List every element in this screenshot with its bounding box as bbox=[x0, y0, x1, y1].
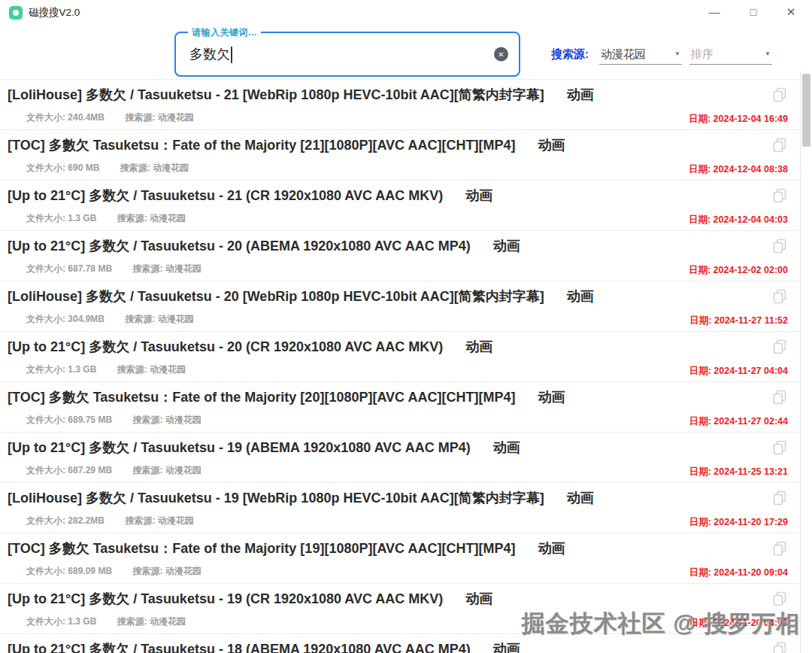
result-source: 搜索源: 动漫花园 bbox=[125, 314, 193, 324]
source-value: 动漫花园 bbox=[165, 566, 201, 576]
result-row[interactable]: [LoliHouse] 多数欠 / Tasuuketsu - 21 [WebRi… bbox=[0, 80, 812, 130]
maximize-icon[interactable]: □ bbox=[738, 0, 768, 26]
file-size-value: 282.2MB bbox=[68, 515, 105, 526]
title-bar: 磁搜搜V2.0 — □ ✕ bbox=[0, 0, 812, 26]
file-size-label: 文件大小: bbox=[26, 465, 65, 475]
text-caret bbox=[231, 47, 232, 63]
source-value: 动漫花园 bbox=[165, 263, 201, 274]
file-size-value: 1.3 GB bbox=[68, 213, 96, 223]
result-title-line: [Up to 21°C] 多数欠 / Tasuuketsu - 19 (ABEM… bbox=[8, 439, 520, 457]
minimize-icon[interactable]: — bbox=[699, 0, 729, 26]
result-source: 搜索源: 动漫花园 bbox=[125, 515, 193, 526]
result-row[interactable]: [Up to 21°C] 多数欠 / Tasuuketsu - 21 (CR 1… bbox=[0, 181, 812, 231]
source-label: 搜索源: bbox=[117, 213, 147, 223]
app-logo-dot bbox=[13, 10, 19, 16]
copy-icon[interactable] bbox=[773, 491, 786, 506]
file-size-label: 文件大小: bbox=[26, 566, 65, 576]
result-row[interactable]: [Up to 21°C] 多数欠 / Tasuuketsu - 20 (ABEM… bbox=[0, 231, 812, 281]
result-category: 动画 bbox=[567, 289, 594, 304]
result-source: 搜索源: 动漫花园 bbox=[117, 616, 186, 627]
file-size-value: 1.3 GB bbox=[68, 364, 96, 375]
source-dropdown[interactable]: 动漫花园 ▼ bbox=[599, 44, 682, 65]
source-label: 搜索源: bbox=[117, 364, 147, 375]
copy-icon[interactable] bbox=[773, 339, 786, 354]
result-title: [Up to 21°C] 多数欠 / Tasuuketsu - 20 (CR 1… bbox=[8, 339, 443, 354]
source-label: 搜索源: bbox=[132, 465, 162, 475]
result-meta: 文件大小: 687.78 MB 搜索源: 动漫花园 bbox=[26, 263, 201, 275]
date-label: 日期: bbox=[689, 517, 711, 527]
scrollbar-track[interactable] bbox=[800, 71, 812, 653]
copy-icon[interactable] bbox=[773, 87, 786, 102]
file-size: 文件大小: 282.2MB bbox=[26, 515, 105, 526]
result-row[interactable]: [Up to 21°C] 多数欠 / Tasuuketsu - 18 (ABEM… bbox=[0, 634, 812, 653]
result-row[interactable]: [Up to 21°C] 多数欠 / Tasuuketsu - 19 (CR 1… bbox=[0, 584, 812, 634]
source-label: 搜索源: bbox=[125, 515, 155, 526]
result-row[interactable]: [LoliHouse] 多数欠 / Tasuuketsu - 20 [WebRi… bbox=[0, 281, 812, 332]
copy-icon[interactable] bbox=[773, 289, 786, 304]
clear-search-icon[interactable]: ✕ bbox=[494, 47, 508, 62]
scrollbar-thumb[interactable] bbox=[802, 74, 810, 147]
result-date: 日期: 2024-11-27 02:44 bbox=[689, 415, 788, 428]
sort-dropdown[interactable]: 排序 ▼ bbox=[689, 44, 772, 65]
result-source: 搜索源: 动漫花园 bbox=[132, 263, 201, 274]
file-size-value: 687.29 MB bbox=[68, 465, 112, 475]
app-title: 磁搜搜V2.0 bbox=[29, 0, 80, 26]
result-row[interactable]: [TOC] 多數欠 Tasuketsu：Fate of the Majority… bbox=[0, 382, 812, 433]
result-category: 动画 bbox=[465, 188, 492, 203]
source-label: 搜索源: bbox=[132, 263, 162, 274]
source-value: 动漫花园 bbox=[150, 213, 186, 223]
date-label: 日期: bbox=[689, 366, 711, 376]
file-size: 文件大小: 687.78 MB bbox=[26, 263, 112, 274]
close-icon[interactable]: ✕ bbox=[776, 0, 806, 26]
chevron-down-icon: ▼ bbox=[674, 50, 680, 57]
result-date: 日期: 2024-12-02 02:00 bbox=[689, 264, 788, 277]
copy-icon[interactable] bbox=[773, 541, 786, 556]
file-size-value: 240.4MB bbox=[68, 112, 105, 123]
date-label: 日期: bbox=[689, 164, 710, 175]
result-category: 动画 bbox=[538, 390, 565, 405]
result-title-line: [TOC] 多數欠 Tasuketsu：Fate of the Majority… bbox=[8, 539, 565, 557]
result-row[interactable]: [Up to 21°C] 多数欠 / Tasuuketsu - 19 (ABEM… bbox=[0, 433, 812, 483]
search-value[interactable]: 多数欠 bbox=[189, 45, 232, 63]
result-source: 搜索源: 动漫花园 bbox=[117, 213, 186, 223]
result-category: 动画 bbox=[493, 238, 520, 254]
result-row[interactable]: [TOC] 多數欠 Tasuketsu：Fate of the Majority… bbox=[0, 130, 812, 181]
search-input[interactable]: 请输入关键词... 多数欠 ✕ bbox=[174, 32, 520, 77]
date-label: 日期: bbox=[689, 416, 711, 427]
file-size: 文件大小: 687.29 MB bbox=[26, 465, 112, 475]
result-row[interactable]: [TOC] 多數欠 Tasuketsu：Fate of the Majority… bbox=[0, 533, 812, 584]
date-label: 日期: bbox=[689, 618, 711, 628]
source-value: 动漫花园 bbox=[158, 314, 194, 324]
source-label: 搜索源: bbox=[117, 616, 147, 627]
source-value: 动漫花园 bbox=[158, 112, 194, 123]
copy-icon[interactable] bbox=[773, 390, 786, 405]
file-size-value: 1.3 GB bbox=[68, 616, 96, 627]
copy-icon[interactable] bbox=[773, 591, 786, 606]
app-logo-icon bbox=[9, 6, 23, 20]
result-date: 日期: 2024-12-04 16:49 bbox=[689, 113, 788, 126]
result-title: [Up to 21°C] 多数欠 / Tasuuketsu - 19 (ABEM… bbox=[8, 440, 471, 455]
copy-icon[interactable] bbox=[773, 138, 786, 153]
date-value: 2024-12-04 04:03 bbox=[714, 214, 788, 225]
copy-icon[interactable] bbox=[773, 188, 786, 203]
result-title-line: [TOC] 多數欠 Tasuketsu：Fate of the Majority… bbox=[8, 136, 565, 154]
copy-icon[interactable] bbox=[773, 238, 786, 254]
date-value: 2024-12-04 16:49 bbox=[714, 114, 788, 124]
result-meta: 文件大小: 689.09 MB 搜索源: 动漫花园 bbox=[26, 565, 201, 578]
result-row[interactable]: [LoliHouse] 多数欠 / Tasuuketsu - 19 [WebRi… bbox=[0, 483, 812, 533]
file-size-label: 文件大小: bbox=[26, 616, 65, 627]
result-date: 日期: 2024-11-25 13:21 bbox=[689, 466, 788, 478]
copy-icon[interactable] bbox=[773, 642, 786, 653]
file-size-label: 文件大小: bbox=[26, 213, 65, 223]
result-row[interactable]: [Up to 21°C] 多数欠 / Tasuuketsu - 20 (CR 1… bbox=[0, 332, 812, 382]
date-value: 2024-11-27 11:52 bbox=[714, 315, 788, 326]
result-meta: 文件大小: 1.3 GB 搜索源: 动漫花园 bbox=[26, 363, 186, 376]
result-title: [Up to 21°C] 多数欠 / Tasuuketsu - 21 (CR 1… bbox=[8, 188, 443, 203]
result-meta: 文件大小: 304.9MB 搜索源: 动漫花园 bbox=[26, 313, 194, 326]
result-title-line: [LoliHouse] 多数欠 / Tasuuketsu - 20 [WebRi… bbox=[8, 287, 594, 305]
date-value: 2024-12-02 02:00 bbox=[714, 265, 788, 275]
copy-icon[interactable] bbox=[773, 440, 786, 455]
result-title: [Up to 21°C] 多数欠 / Tasuuketsu - 18 (ABEM… bbox=[8, 642, 471, 653]
result-source: 搜索源: 动漫花园 bbox=[117, 364, 186, 375]
date-value: 2024-11-27 04:04 bbox=[714, 366, 788, 376]
